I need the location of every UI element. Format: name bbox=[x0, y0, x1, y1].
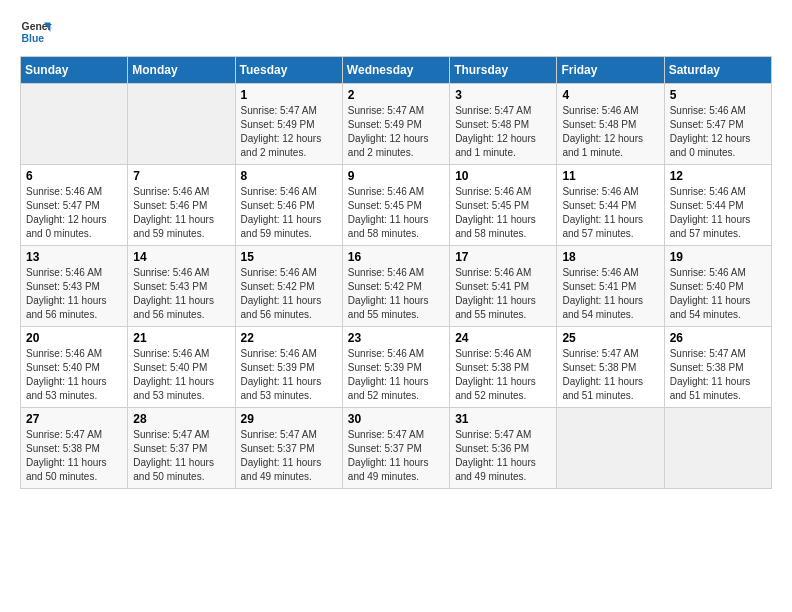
day-info: Sunrise: 5:46 AM Sunset: 5:41 PM Dayligh… bbox=[562, 266, 658, 322]
day-info: Sunrise: 5:46 AM Sunset: 5:38 PM Dayligh… bbox=[455, 347, 551, 403]
calendar-cell: 1Sunrise: 5:47 AM Sunset: 5:49 PM Daylig… bbox=[235, 84, 342, 165]
calendar-cell: 13Sunrise: 5:46 AM Sunset: 5:43 PM Dayli… bbox=[21, 246, 128, 327]
day-number: 15 bbox=[241, 250, 337, 264]
calendar-cell bbox=[557, 408, 664, 489]
day-number: 31 bbox=[455, 412, 551, 426]
calendar-cell: 23Sunrise: 5:46 AM Sunset: 5:39 PM Dayli… bbox=[342, 327, 449, 408]
calendar-cell: 25Sunrise: 5:47 AM Sunset: 5:38 PM Dayli… bbox=[557, 327, 664, 408]
day-info: Sunrise: 5:46 AM Sunset: 5:42 PM Dayligh… bbox=[241, 266, 337, 322]
day-number: 26 bbox=[670, 331, 766, 345]
calendar-cell: 3Sunrise: 5:47 AM Sunset: 5:48 PM Daylig… bbox=[450, 84, 557, 165]
day-number: 4 bbox=[562, 88, 658, 102]
day-info: Sunrise: 5:47 AM Sunset: 5:37 PM Dayligh… bbox=[241, 428, 337, 484]
day-number: 22 bbox=[241, 331, 337, 345]
day-info: Sunrise: 5:47 AM Sunset: 5:48 PM Dayligh… bbox=[455, 104, 551, 160]
calendar-cell: 22Sunrise: 5:46 AM Sunset: 5:39 PM Dayli… bbox=[235, 327, 342, 408]
day-number: 19 bbox=[670, 250, 766, 264]
weekday-header-sunday: Sunday bbox=[21, 57, 128, 84]
calendar-cell: 16Sunrise: 5:46 AM Sunset: 5:42 PM Dayli… bbox=[342, 246, 449, 327]
day-number: 16 bbox=[348, 250, 444, 264]
calendar-cell bbox=[664, 408, 771, 489]
day-info: Sunrise: 5:46 AM Sunset: 5:46 PM Dayligh… bbox=[133, 185, 229, 241]
svg-text:Blue: Blue bbox=[22, 33, 45, 44]
calendar-week-row: 20Sunrise: 5:46 AM Sunset: 5:40 PM Dayli… bbox=[21, 327, 772, 408]
day-info: Sunrise: 5:47 AM Sunset: 5:38 PM Dayligh… bbox=[670, 347, 766, 403]
weekday-header-saturday: Saturday bbox=[664, 57, 771, 84]
calendar-cell: 8Sunrise: 5:46 AM Sunset: 5:46 PM Daylig… bbox=[235, 165, 342, 246]
day-number: 10 bbox=[455, 169, 551, 183]
weekday-header-monday: Monday bbox=[128, 57, 235, 84]
day-info: Sunrise: 5:46 AM Sunset: 5:40 PM Dayligh… bbox=[670, 266, 766, 322]
calendar-cell: 30Sunrise: 5:47 AM Sunset: 5:37 PM Dayli… bbox=[342, 408, 449, 489]
day-info: Sunrise: 5:46 AM Sunset: 5:48 PM Dayligh… bbox=[562, 104, 658, 160]
calendar-cell: 28Sunrise: 5:47 AM Sunset: 5:37 PM Dayli… bbox=[128, 408, 235, 489]
day-info: Sunrise: 5:46 AM Sunset: 5:42 PM Dayligh… bbox=[348, 266, 444, 322]
day-number: 3 bbox=[455, 88, 551, 102]
day-info: Sunrise: 5:46 AM Sunset: 5:47 PM Dayligh… bbox=[670, 104, 766, 160]
day-info: Sunrise: 5:47 AM Sunset: 5:37 PM Dayligh… bbox=[348, 428, 444, 484]
day-info: Sunrise: 5:46 AM Sunset: 5:44 PM Dayligh… bbox=[562, 185, 658, 241]
calendar-week-row: 6Sunrise: 5:46 AM Sunset: 5:47 PM Daylig… bbox=[21, 165, 772, 246]
calendar-cell: 2Sunrise: 5:47 AM Sunset: 5:49 PM Daylig… bbox=[342, 84, 449, 165]
day-number: 27 bbox=[26, 412, 122, 426]
calendar-cell: 31Sunrise: 5:47 AM Sunset: 5:36 PM Dayli… bbox=[450, 408, 557, 489]
day-info: Sunrise: 5:46 AM Sunset: 5:41 PM Dayligh… bbox=[455, 266, 551, 322]
calendar-cell: 20Sunrise: 5:46 AM Sunset: 5:40 PM Dayli… bbox=[21, 327, 128, 408]
day-number: 1 bbox=[241, 88, 337, 102]
calendar-cell: 14Sunrise: 5:46 AM Sunset: 5:43 PM Dayli… bbox=[128, 246, 235, 327]
calendar-cell: 19Sunrise: 5:46 AM Sunset: 5:40 PM Dayli… bbox=[664, 246, 771, 327]
calendar-cell: 15Sunrise: 5:46 AM Sunset: 5:42 PM Dayli… bbox=[235, 246, 342, 327]
weekday-header-friday: Friday bbox=[557, 57, 664, 84]
day-number: 23 bbox=[348, 331, 444, 345]
day-info: Sunrise: 5:47 AM Sunset: 5:49 PM Dayligh… bbox=[348, 104, 444, 160]
calendar-cell: 7Sunrise: 5:46 AM Sunset: 5:46 PM Daylig… bbox=[128, 165, 235, 246]
day-info: Sunrise: 5:47 AM Sunset: 5:36 PM Dayligh… bbox=[455, 428, 551, 484]
weekday-header-wednesday: Wednesday bbox=[342, 57, 449, 84]
day-info: Sunrise: 5:46 AM Sunset: 5:43 PM Dayligh… bbox=[26, 266, 122, 322]
logo-icon: General Blue bbox=[20, 16, 52, 48]
day-number: 20 bbox=[26, 331, 122, 345]
calendar-cell bbox=[21, 84, 128, 165]
calendar-cell: 18Sunrise: 5:46 AM Sunset: 5:41 PM Dayli… bbox=[557, 246, 664, 327]
day-info: Sunrise: 5:47 AM Sunset: 5:38 PM Dayligh… bbox=[26, 428, 122, 484]
day-number: 17 bbox=[455, 250, 551, 264]
day-number: 8 bbox=[241, 169, 337, 183]
calendar-cell: 17Sunrise: 5:46 AM Sunset: 5:41 PM Dayli… bbox=[450, 246, 557, 327]
day-number: 2 bbox=[348, 88, 444, 102]
calendar-cell: 24Sunrise: 5:46 AM Sunset: 5:38 PM Dayli… bbox=[450, 327, 557, 408]
weekday-header-tuesday: Tuesday bbox=[235, 57, 342, 84]
logo: General Blue bbox=[20, 16, 56, 48]
day-number: 13 bbox=[26, 250, 122, 264]
day-number: 5 bbox=[670, 88, 766, 102]
day-info: Sunrise: 5:47 AM Sunset: 5:49 PM Dayligh… bbox=[241, 104, 337, 160]
calendar-cell: 11Sunrise: 5:46 AM Sunset: 5:44 PM Dayli… bbox=[557, 165, 664, 246]
calendar-cell: 21Sunrise: 5:46 AM Sunset: 5:40 PM Dayli… bbox=[128, 327, 235, 408]
day-info: Sunrise: 5:46 AM Sunset: 5:46 PM Dayligh… bbox=[241, 185, 337, 241]
calendar-container: General Blue SundayMondayTuesdayWednesda… bbox=[0, 0, 792, 499]
day-number: 12 bbox=[670, 169, 766, 183]
day-info: Sunrise: 5:46 AM Sunset: 5:40 PM Dayligh… bbox=[133, 347, 229, 403]
calendar-week-row: 1Sunrise: 5:47 AM Sunset: 5:49 PM Daylig… bbox=[21, 84, 772, 165]
calendar-cell: 6Sunrise: 5:46 AM Sunset: 5:47 PM Daylig… bbox=[21, 165, 128, 246]
day-info: Sunrise: 5:46 AM Sunset: 5:47 PM Dayligh… bbox=[26, 185, 122, 241]
day-number: 14 bbox=[133, 250, 229, 264]
day-number: 28 bbox=[133, 412, 229, 426]
day-number: 24 bbox=[455, 331, 551, 345]
calendar-cell: 26Sunrise: 5:47 AM Sunset: 5:38 PM Dayli… bbox=[664, 327, 771, 408]
day-number: 11 bbox=[562, 169, 658, 183]
weekday-header-row: SundayMondayTuesdayWednesdayThursdayFrid… bbox=[21, 57, 772, 84]
calendar-week-row: 13Sunrise: 5:46 AM Sunset: 5:43 PM Dayli… bbox=[21, 246, 772, 327]
day-number: 30 bbox=[348, 412, 444, 426]
day-info: Sunrise: 5:47 AM Sunset: 5:38 PM Dayligh… bbox=[562, 347, 658, 403]
day-number: 25 bbox=[562, 331, 658, 345]
calendar-cell: 27Sunrise: 5:47 AM Sunset: 5:38 PM Dayli… bbox=[21, 408, 128, 489]
day-info: Sunrise: 5:46 AM Sunset: 5:39 PM Dayligh… bbox=[348, 347, 444, 403]
calendar-week-row: 27Sunrise: 5:47 AM Sunset: 5:38 PM Dayli… bbox=[21, 408, 772, 489]
calendar-cell: 5Sunrise: 5:46 AM Sunset: 5:47 PM Daylig… bbox=[664, 84, 771, 165]
day-number: 7 bbox=[133, 169, 229, 183]
calendar-cell: 12Sunrise: 5:46 AM Sunset: 5:44 PM Dayli… bbox=[664, 165, 771, 246]
header: General Blue bbox=[20, 16, 772, 48]
weekday-header-thursday: Thursday bbox=[450, 57, 557, 84]
day-info: Sunrise: 5:47 AM Sunset: 5:37 PM Dayligh… bbox=[133, 428, 229, 484]
day-number: 29 bbox=[241, 412, 337, 426]
